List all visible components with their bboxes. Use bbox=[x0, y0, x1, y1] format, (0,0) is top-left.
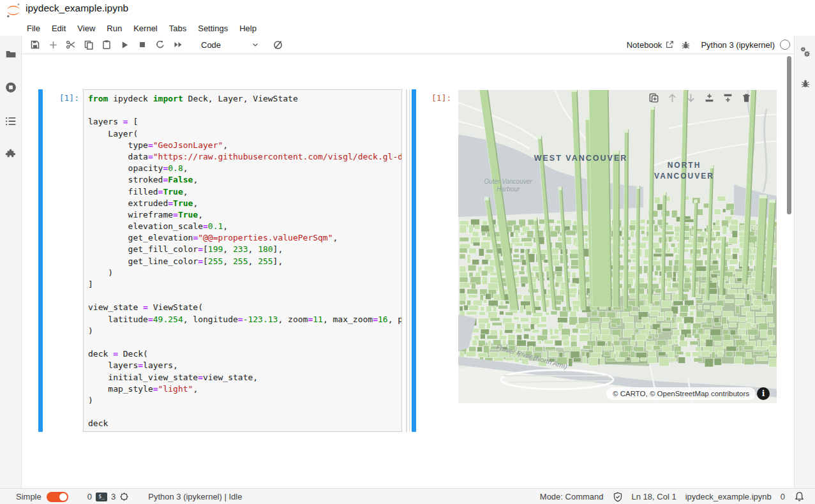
puzzle-icon bbox=[5, 149, 17, 160]
chevron-down-icon bbox=[251, 40, 260, 49]
save-button[interactable] bbox=[26, 37, 44, 52]
folder-icon bbox=[5, 48, 17, 60]
debugger-toggle-button[interactable] bbox=[677, 37, 694, 52]
insert-cell-below-button[interactable] bbox=[719, 91, 737, 104]
table-of-contents-tab[interactable] bbox=[0, 113, 21, 130]
list-icon bbox=[5, 115, 17, 127]
cut-button[interactable] bbox=[62, 37, 80, 52]
delete-cell-button[interactable] bbox=[737, 91, 756, 104]
map-label-west-vancouver: WEST VANCOUVER bbox=[534, 154, 628, 163]
command-mode-indicator: Mode: Command bbox=[540, 492, 604, 501]
stop-icon bbox=[138, 40, 147, 49]
paste-button[interactable] bbox=[98, 37, 116, 52]
fast-forward-icon bbox=[173, 40, 183, 50]
bell-icon[interactable] bbox=[794, 491, 805, 502]
menu-file[interactable]: File bbox=[21, 24, 46, 33]
menu-tabs[interactable]: Tabs bbox=[163, 24, 192, 33]
cursor-position[interactable]: Ln 18, Col 1 bbox=[632, 492, 677, 501]
terminal-icon: $_ bbox=[96, 493, 107, 501]
vertical-scrollbar[interactable] bbox=[787, 56, 791, 214]
kernel-status-icon[interactable] bbox=[780, 40, 790, 50]
deckgl-map-output[interactable]: WEST VANCOUVER NORTH VANCOUVER Outer Van… bbox=[458, 90, 777, 403]
plus-icon bbox=[49, 40, 58, 50]
open-in-notebook-button[interactable]: Notebook bbox=[627, 40, 675, 50]
duplicate-cell-button[interactable] bbox=[645, 91, 663, 104]
trash-icon bbox=[741, 93, 752, 103]
map-label-harbour-2: Harbour bbox=[497, 186, 520, 193]
move-cell-down-button[interactable] bbox=[682, 91, 700, 104]
kernels-count: 3 bbox=[111, 492, 116, 501]
arrow-up-icon bbox=[667, 93, 678, 103]
copy-icon bbox=[84, 40, 94, 50]
restart-icon bbox=[155, 40, 165, 50]
title-bar: ipydeck_example.ipynb bbox=[0, 0, 815, 19]
scissors-icon bbox=[66, 40, 76, 50]
menu-kernel[interactable]: Kernel bbox=[128, 24, 163, 33]
cell-toolbar bbox=[645, 91, 756, 104]
menu-bar: File Edit View Run Kernel Tabs Settings … bbox=[21, 20, 262, 36]
statusbar-filename: ipydeck_example.ipynb bbox=[685, 492, 772, 501]
circle-slash-icon bbox=[273, 40, 283, 50]
gears-icon bbox=[799, 46, 811, 58]
status-bar: Simple 0 $_ 3 Python 3 (ipykernel) | Idl… bbox=[0, 488, 815, 504]
map-label-harbour-1: Outer Vancouver bbox=[484, 178, 532, 185]
running-sessions-tab[interactable] bbox=[0, 79, 21, 96]
simple-mode-label: Simple bbox=[16, 492, 41, 501]
map-attribution[interactable]: © CARTO, © OpenStreetMap contributors bbox=[606, 387, 756, 400]
jupyterlab-window: ipydeck_example.ipynb File Edit View Run… bbox=[0, 0, 815, 504]
running-sessions-status[interactable]: 0 $_ 3 bbox=[87, 492, 129, 501]
insert-cell-button[interactable] bbox=[44, 37, 62, 52]
menu-view[interactable]: View bbox=[71, 24, 101, 33]
attribution-info-button[interactable]: i bbox=[757, 387, 770, 400]
menu-help[interactable]: Help bbox=[234, 24, 262, 33]
extension-manager-tab[interactable] bbox=[0, 146, 21, 163]
map-label-north-vancouver-1: NORTH bbox=[668, 161, 701, 170]
save-icon bbox=[30, 40, 40, 50]
code-editor[interactable]: from ipydeck import Deck, Layer, ViewSta… bbox=[83, 89, 402, 432]
attribution-text: © CARTO, © OpenStreetMap contributors bbox=[613, 390, 749, 397]
trust-shield-icon[interactable] bbox=[613, 492, 623, 502]
left-sidebar bbox=[0, 36, 22, 488]
menu-edit[interactable]: Edit bbox=[46, 24, 71, 33]
input-cell-collapser[interactable] bbox=[38, 89, 43, 432]
insert-above-icon bbox=[704, 93, 715, 103]
move-cell-up-button[interactable] bbox=[663, 91, 682, 104]
clipboard-icon bbox=[101, 40, 112, 50]
insert-cell-above-button[interactable] bbox=[700, 91, 719, 104]
cell-resize-handle[interactable] bbox=[405, 89, 410, 432]
menu-settings[interactable]: Settings bbox=[192, 24, 234, 33]
map-canvas bbox=[458, 90, 777, 403]
run-button[interactable] bbox=[116, 37, 133, 52]
output-prompt: [1]: bbox=[431, 93, 454, 103]
cell-type-dropdown[interactable]: Code bbox=[201, 40, 260, 50]
output-cell-collapser[interactable] bbox=[412, 89, 416, 432]
insert-below-icon bbox=[722, 93, 733, 103]
terminals-count: 0 bbox=[87, 492, 92, 501]
kernel-circle-button[interactable] bbox=[269, 37, 287, 52]
kernel-name-button[interactable]: Python 3 (ipykernel) bbox=[701, 40, 775, 50]
menu-run[interactable]: Run bbox=[101, 24, 128, 33]
kernel-status-text[interactable]: Python 3 (ipykernel) | Idle bbox=[148, 492, 242, 501]
restart-kernel-button[interactable] bbox=[151, 37, 169, 52]
notifications-count[interactable]: 0 bbox=[781, 492, 785, 501]
cell-type-value: Code bbox=[201, 40, 221, 50]
notebook-toolbar: Code Notebook Python 3 (ipykernel) bbox=[21, 36, 794, 54]
stop-button[interactable] bbox=[133, 37, 151, 52]
file-browser-tab[interactable] bbox=[0, 46, 21, 63]
toggle-knob bbox=[59, 493, 67, 501]
map-label-north-vancouver-2: VANCOUVER bbox=[654, 172, 714, 181]
bug-icon bbox=[800, 78, 811, 89]
arrow-down-icon bbox=[685, 93, 696, 103]
code-content: from ipydeck import Deck, Layer, ViewSta… bbox=[84, 90, 401, 429]
restart-run-all-button[interactable] bbox=[169, 37, 187, 52]
kernel-icon bbox=[119, 492, 129, 501]
copy-button[interactable] bbox=[80, 37, 98, 52]
notebook-label: Notebook bbox=[627, 40, 662, 50]
debugger-sidebar-tab[interactable] bbox=[795, 75, 815, 92]
property-inspector-tab[interactable] bbox=[795, 43, 815, 60]
input-prompt: [1]: bbox=[45, 93, 79, 103]
run-icon bbox=[120, 40, 130, 50]
bug-icon bbox=[681, 40, 691, 50]
simple-mode-toggle[interactable] bbox=[47, 492, 68, 502]
running-circle-icon bbox=[5, 82, 17, 93]
